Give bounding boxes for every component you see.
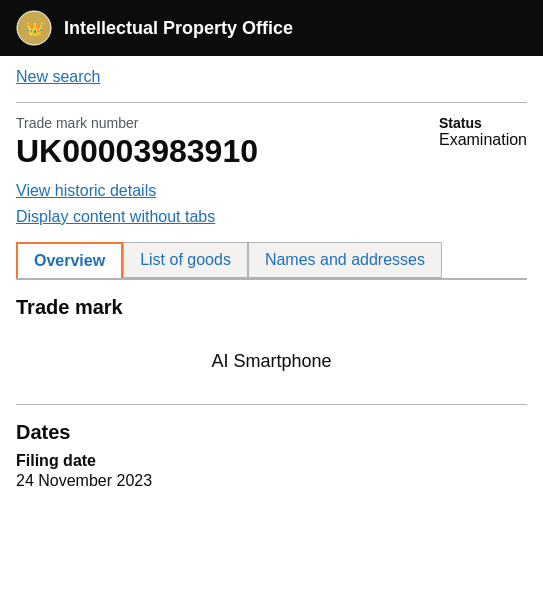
section-divider bbox=[16, 404, 527, 405]
trade-mark-section: Trade mark AI Smartphone bbox=[16, 296, 527, 396]
trademark-number-block: Trade mark number UK00003983910 bbox=[16, 115, 258, 170]
filing-date-value: 24 November 2023 bbox=[16, 472, 527, 490]
trademark-header: Trade mark number UK00003983910 Status E… bbox=[16, 115, 527, 170]
filing-date-label: Filing date bbox=[16, 452, 527, 470]
new-search-link[interactable]: New search bbox=[16, 68, 100, 86]
trade-mark-name: AI Smartphone bbox=[16, 335, 527, 396]
main-content: New search Trade mark number UK000039839… bbox=[0, 56, 543, 502]
dates-section: Dates Filing date 24 November 2023 bbox=[16, 421, 527, 490]
trade-mark-section-title: Trade mark bbox=[16, 296, 527, 319]
svg-text:👑: 👑 bbox=[26, 20, 44, 37]
tab-names-and-addresses[interactable]: Names and addresses bbox=[248, 242, 442, 278]
tab-bar: Overview List of goods Names and address… bbox=[16, 242, 527, 278]
status-label: Status bbox=[439, 115, 527, 131]
tab-content-overview: Trade mark AI Smartphone Dates Filing da… bbox=[16, 278, 527, 490]
view-historic-link[interactable]: View historic details bbox=[16, 182, 527, 200]
display-no-tabs-link[interactable]: Display content without tabs bbox=[16, 208, 527, 226]
top-divider bbox=[16, 102, 527, 103]
tab-list-of-goods[interactable]: List of goods bbox=[123, 242, 248, 278]
dates-section-title: Dates bbox=[16, 421, 527, 444]
tab-overview[interactable]: Overview bbox=[16, 242, 123, 278]
site-header: 👑 Intellectual Property Office bbox=[0, 0, 543, 56]
trademark-number: UK00003983910 bbox=[16, 133, 258, 170]
crown-logo-icon: 👑 bbox=[16, 10, 52, 46]
status-badge: Examination bbox=[439, 131, 527, 149]
status-block: Status Examination bbox=[439, 115, 527, 149]
trademark-label: Trade mark number bbox=[16, 115, 258, 131]
site-title: Intellectual Property Office bbox=[64, 18, 293, 39]
